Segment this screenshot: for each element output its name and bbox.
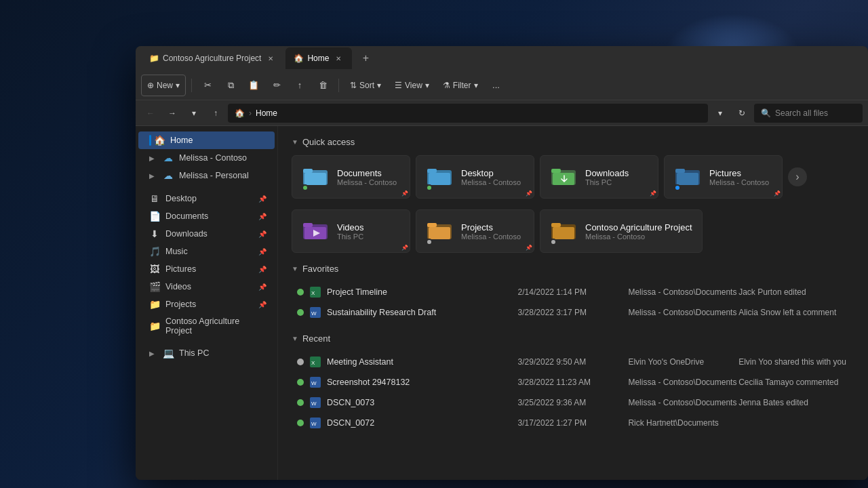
sidebar: 🏠 Home ▶ ☁ Melissa - Contoso ▶ ☁ Melissa… <box>136 126 278 480</box>
up-button[interactable]: ↑ <box>206 104 225 123</box>
meeting-assistant-status <box>297 359 304 365</box>
filter-button[interactable]: ⚗ Filter ▾ <box>437 75 484 96</box>
desktop-icon: 🖥 <box>149 193 160 204</box>
more-folders-button[interactable]: › <box>788 167 807 186</box>
dscn0073-date: 3/25/2022 9:36 AM <box>518 398 629 407</box>
dscn0073-icon: W <box>309 396 321 409</box>
toolbar-separator-1 <box>191 79 192 92</box>
sustainability-status <box>297 309 304 316</box>
search-input[interactable]: 🔍 Search all files <box>754 104 863 123</box>
view-arrow: ▾ <box>425 81 429 90</box>
cut-button[interactable]: ✂ <box>197 75 218 96</box>
file-row-project-timeline[interactable]: X Project Timeline 2/14/2022 1:14 PM Mel… <box>292 282 854 302</box>
filter-icon: ⚗ <box>443 81 450 90</box>
tab-home-close[interactable]: ✕ <box>333 53 344 64</box>
screenshot-icon: W <box>309 376 321 388</box>
folder-card-projects[interactable]: Projects Melissa - Contoso 📌 <box>416 209 534 253</box>
copy-button[interactable]: ⧉ <box>220 75 241 96</box>
recent-header[interactable]: ▼ Recent <box>292 333 854 344</box>
folder-card-contoso-agriculture[interactable]: Contoso Agriculture Project Melissa - Co… <box>540 209 703 253</box>
pin-icon: 📌 <box>258 195 267 203</box>
svg-rect-17 <box>427 223 437 227</box>
file-row-meeting-assistant[interactable]: X Meeting Assistant 3/29/2022 9:50 AM El… <box>292 352 854 372</box>
expand-arrow-icon: ▶ <box>149 350 157 357</box>
svg-text:W: W <box>311 310 317 317</box>
meeting-assistant-name-cell: X Meeting Assistant <box>297 356 518 368</box>
quick-access-row1: Documents Melissa - Contoso 📌 <box>292 155 854 199</box>
folder-card-videos[interactable]: Videos This PC 📌 <box>292 209 410 253</box>
dscn0073-status <box>297 399 304 406</box>
expand-arrow-icon: ▶ <box>149 172 157 180</box>
file-row-dscn0072[interactable]: W DSCN_0072 3/17/2022 1:27 PM Rick Hartn… <box>292 413 854 433</box>
file-row-sustainability[interactable]: W Sustainability Research Draft 3/28/202… <box>292 302 854 323</box>
refresh-button[interactable]: ↻ <box>732 104 751 123</box>
this-pc-icon: 💻 <box>163 348 174 359</box>
dropdown-button[interactable]: ▾ <box>184 104 203 123</box>
content-area: ▼ Quick access Document <box>278 126 868 480</box>
folder-card-pictures[interactable]: Pictures Melissa - Contoso 📌 <box>664 155 783 199</box>
documents-folder-sub: Melissa - Contoso <box>337 178 400 186</box>
downloads-folder-info: Downloads This PC <box>585 168 648 186</box>
sidebar-item-contoso-project[interactable]: 📁 Contoso Agriculture Project <box>138 313 275 339</box>
svg-rect-5 <box>429 173 450 185</box>
sidebar-item-documents[interactable]: 📄 Documents 📌 <box>138 207 275 225</box>
contoso-folder-sub: Melissa - Contoso <box>585 232 692 241</box>
forward-button[interactable]: → <box>163 104 182 123</box>
file-row-screenshot[interactable]: W Screenshot 29478132 3/28/2022 11:23 AM… <box>292 372 854 392</box>
sidebar-item-melissa-contoso[interactable]: ▶ ☁ Melissa - Contoso <box>138 149 275 167</box>
contoso-folder-icon-wrap <box>550 217 578 245</box>
view-label: View <box>405 81 422 90</box>
meeting-assistant-icon: X <box>309 356 321 368</box>
rename-button[interactable]: ✏ <box>267 75 287 96</box>
projects-folder-name: Projects <box>461 222 524 232</box>
path-dropdown-button[interactable]: ▾ <box>711 104 730 123</box>
sidebar-item-desktop[interactable]: 🖥 Desktop 📌 <box>138 190 275 207</box>
svg-text:W: W <box>311 421 317 427</box>
sidebar-item-downloads[interactable]: ⬇ Downloads 📌 <box>138 225 275 243</box>
sidebar-item-home[interactable]: 🏠 Home <box>138 131 275 149</box>
pin-icon: 📌 <box>258 248 267 256</box>
sustainability-icon: W <box>309 306 321 319</box>
folder-card-documents[interactable]: Documents Melissa - Contoso 📌 <box>292 155 410 199</box>
melissa-contoso-label: Melissa - Contoso <box>179 153 247 163</box>
folder-card-desktop[interactable]: Desktop Melissa - Contoso 📌 <box>416 155 534 199</box>
sort-button[interactable]: ⇅ Sort ▾ <box>344 75 387 96</box>
sidebar-item-this-pc[interactable]: ▶ 💻 This PC <box>138 344 275 362</box>
new-button[interactable]: ⊕ New ▾ <box>141 75 186 96</box>
active-indicator <box>149 135 151 146</box>
svg-rect-2 <box>304 173 326 185</box>
sidebar-item-pictures[interactable]: 🖼 Pictures 📌 <box>138 260 275 278</box>
quick-access-chevron: ▼ <box>292 138 298 146</box>
tab-contoso-close[interactable]: ✕ <box>265 53 276 64</box>
back-button[interactable]: ← <box>141 104 160 123</box>
onedrive-personal-icon: ☁ <box>163 170 174 181</box>
tab-home[interactable]: 🏠 Home ✕ <box>285 47 352 69</box>
this-pc-label: This PC <box>179 348 209 358</box>
delete-button[interactable]: 🗑 <box>313 75 333 96</box>
sidebar-item-projects[interactable]: 📁 Projects 📌 <box>138 296 275 313</box>
dscn0072-location: Rick Hartnett\Documents <box>628 418 738 428</box>
contoso-project-icon: 📁 <box>149 321 160 331</box>
documents-pin: 📌 <box>401 190 408 197</box>
share-button[interactable]: ↑ <box>290 75 310 96</box>
sidebar-item-music[interactable]: 🎵 Music 📌 <box>138 243 275 260</box>
paste-button[interactable]: 📋 <box>243 75 264 96</box>
more-button[interactable]: ... <box>486 75 507 96</box>
sidebar-item-videos[interactable]: 🎬 Videos 📌 <box>138 278 275 296</box>
view-button[interactable]: ☰ View ▾ <box>389 75 435 96</box>
folder-card-downloads[interactable]: Downloads This PC 📌 <box>540 155 658 199</box>
pin-icon: 📌 <box>258 283 267 291</box>
projects-status-dot <box>426 239 433 245</box>
svg-rect-10 <box>675 169 685 173</box>
tab-contoso[interactable]: 📁 Contoso Agriculture Project ✕ <box>141 47 284 69</box>
tab-home-icon: 🏠 <box>294 54 303 63</box>
documents-icon: 📄 <box>149 211 160 222</box>
quick-access-header[interactable]: ▼ Quick access <box>292 137 854 147</box>
file-row-dscn0073[interactable]: W DSCN_0073 3/25/2022 9:36 AM Melissa - … <box>292 392 854 413</box>
favorites-header[interactable]: ▼ Favorites <box>292 264 854 274</box>
address-path[interactable]: 🏠 › Home <box>228 104 708 123</box>
dscn0073-activity: Jenna Bates edited <box>738 398 849 407</box>
sidebar-item-melissa-personal[interactable]: ▶ ☁ Melissa - Personal <box>138 167 275 184</box>
pin-icon: 📌 <box>258 213 267 220</box>
add-tab-button[interactable]: + <box>356 49 375 68</box>
